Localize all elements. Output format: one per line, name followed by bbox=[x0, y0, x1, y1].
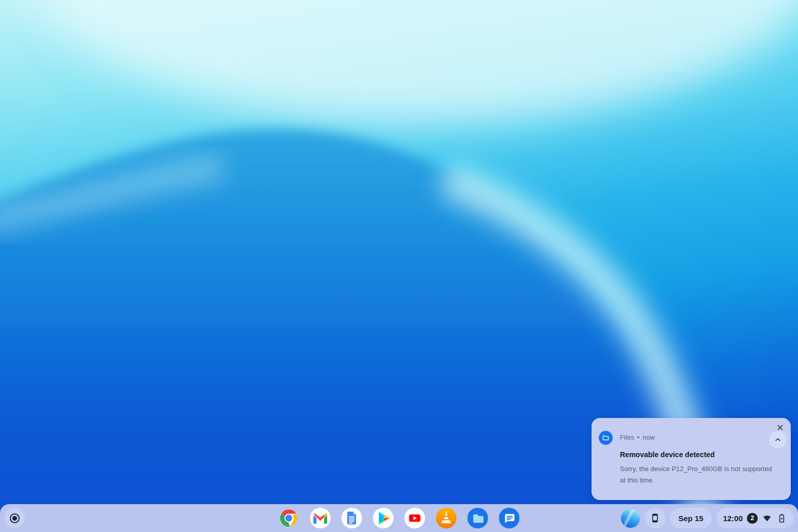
youtube-icon bbox=[405, 508, 425, 528]
chrome-icon bbox=[279, 508, 299, 528]
phone-hub-button[interactable] bbox=[645, 508, 665, 528]
phone-hub-icon bbox=[649, 512, 661, 524]
google-docs-icon bbox=[342, 508, 362, 528]
date-label: Sep 15 bbox=[678, 514, 703, 523]
chromeos-desktop: Files • now Removable device detected So… bbox=[0, 0, 798, 532]
vlc-icon bbox=[436, 508, 457, 528]
time-label: 12:00 bbox=[723, 514, 743, 523]
gmail-icon bbox=[310, 508, 331, 528]
notification-app-name: Files bbox=[620, 434, 634, 441]
app-play-store[interactable] bbox=[373, 508, 394, 528]
notification-body: Sorry, the device P12_Pro_480GB is not s… bbox=[620, 463, 788, 486]
app-chrome[interactable] bbox=[279, 508, 299, 528]
launcher-button[interactable] bbox=[4, 508, 25, 528]
app-messages[interactable] bbox=[499, 508, 520, 528]
collapse-button[interactable] bbox=[769, 431, 787, 448]
wifi-icon bbox=[762, 513, 772, 523]
messages-icon bbox=[499, 508, 520, 528]
notification-source: Files • now bbox=[620, 434, 655, 441]
status-area: Sep 15 12:00 2 bbox=[621, 508, 794, 528]
notification-timestamp: now bbox=[643, 434, 655, 441]
app-files[interactable] bbox=[468, 508, 488, 528]
shelf-app-list bbox=[279, 508, 520, 528]
notification-count-badge: 2 bbox=[747, 513, 758, 524]
date-button[interactable]: Sep 15 bbox=[670, 508, 711, 528]
avatar[interactable] bbox=[621, 509, 640, 528]
app-gmail[interactable] bbox=[310, 508, 331, 528]
notification-title: Removable device detected bbox=[620, 450, 715, 459]
notification-card[interactable]: Files • now Removable device detected So… bbox=[592, 418, 791, 500]
status-tray-button[interactable]: 12:00 2 bbox=[716, 508, 794, 528]
app-vlc[interactable] bbox=[436, 508, 457, 528]
chevron-up-icon bbox=[774, 436, 782, 444]
play-store-icon bbox=[373, 508, 394, 528]
notification-separator: • bbox=[637, 434, 640, 441]
files-app-icon bbox=[599, 431, 613, 445]
folder-icon bbox=[601, 433, 610, 442]
shelf: Sep 15 12:00 2 bbox=[0, 504, 798, 532]
launcher-icon bbox=[10, 513, 20, 523]
app-google-docs[interactable] bbox=[342, 508, 362, 528]
files-icon bbox=[468, 508, 488, 528]
battery-icon bbox=[776, 513, 787, 524]
app-youtube[interactable] bbox=[405, 508, 425, 528]
